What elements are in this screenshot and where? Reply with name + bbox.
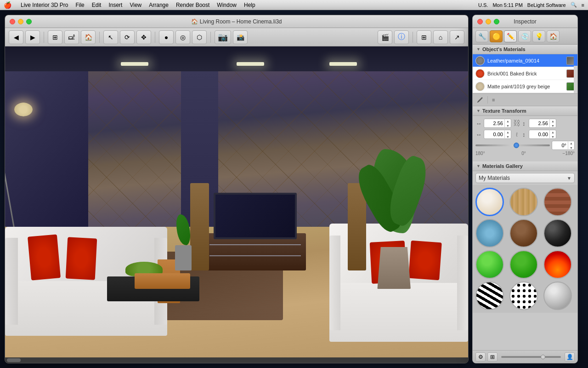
tt-width-input[interactable] [484,121,504,126]
home-button[interactable]: 🏠 [81,30,96,44]
material-item-1[interactable]: Brick/001 Baked Brick [473,67,577,80]
tt-offsetx-input[interactable] [484,132,504,137]
apple-menu[interactable]: 🍎 [4,1,11,9]
bottom-slider-thumb[interactable] [541,355,545,359]
menu-help[interactable]: Help [244,2,255,8]
menu-appname[interactable]: Live Interior 3D Pro [21,2,68,8]
menu-edit[interactable]: Edit [92,2,102,8]
tt-offsetx-input-group[interactable]: ▲ ▼ [484,130,511,139]
menu-arrange[interactable]: Arrange [149,2,169,8]
rotation-input[interactable] [552,143,568,148]
floor-plan-button[interactable]: ⊞ [48,30,62,44]
tt-width-input-group[interactable]: ▲ ▼ [484,119,511,128]
gallery-item-cream[interactable] [475,188,504,216]
view-house-button[interactable]: ⌂ [433,30,448,44]
furniture-button[interactable]: 🛋 [64,30,79,44]
menubar-menu-icon[interactable]: ≡ [582,2,584,8]
tab-materials[interactable]: ✏️ [504,30,517,42]
cylinder-tool-button[interactable]: ⬡ [192,30,207,44]
rotation-slider-container[interactable] [475,142,550,149]
inspector-close-button[interactable] [477,19,483,24]
materials-scrollbar[interactable] [574,54,577,93]
gallery-item-zebra[interactable] [475,282,504,310]
eyedropper-button[interactable] [475,95,485,104]
info-button[interactable]: ⓘ [394,30,409,44]
select-tool-button[interactable]: ↖ [103,30,118,44]
tt-offsetx-up[interactable]: ▲ [505,130,511,134]
tt-offsetx-stepper[interactable]: ▲ ▼ [504,130,511,139]
gallery-item-green-bright[interactable] [475,250,504,279]
menu-file[interactable]: File [75,2,84,8]
circle-tool-button[interactable]: ● [159,30,174,44]
inspector-tabs: 🔧 🟡 ✏️ 💿 💡 🏠 [473,28,577,45]
scrollbar-thumb[interactable] [7,358,21,362]
tt-height-input[interactable] [529,121,549,126]
orbit-tool-button[interactable]: ⟳ [120,30,135,44]
gallery-dropdown[interactable]: My Materials ▼ [475,173,575,183]
viewport[interactable] [5,46,468,357]
menu-render-boost[interactable]: Render Boost [176,2,209,8]
rotation-down[interactable]: ▼ [568,145,574,150]
tt-width-stepper[interactable]: ▲ ▼ [504,119,511,128]
gallery-item-spots[interactable] [509,282,538,310]
window-close-button[interactable] [10,19,15,24]
inspector-gear-button[interactable]: ⚙ [475,352,486,362]
tab-scene[interactable]: 🏠 [547,30,560,42]
tt-offsetx-down[interactable]: ▼ [505,134,511,139]
tt-height-up[interactable]: ▲ [550,119,556,123]
tt-height-stepper[interactable]: ▲ ▼ [549,119,556,128]
camera-import-button[interactable]: 📷 [215,30,231,44]
nav-forward-button[interactable]: ▶ [25,30,40,44]
gallery-item-black-shiny[interactable] [543,219,572,247]
tab-light[interactable]: 💡 [532,30,545,42]
nav-back-button[interactable]: ◀ [9,30,23,44]
tt-width-up[interactable]: ▲ [505,119,511,123]
screenshot-button[interactable]: 📸 [233,30,248,44]
gallery-item-green-dark[interactable] [509,250,538,279]
tv-screen [214,193,297,239]
tt-offsety-input[interactable] [529,132,549,137]
tab-object[interactable]: 🟡 [490,30,503,42]
tt-offsety-up[interactable]: ▲ [550,130,556,134]
inspector-add-button[interactable]: ⊞ [487,352,498,362]
inspector-person-button[interactable]: 👤 [565,352,575,362]
pan-tool-button[interactable]: ✥ [136,30,151,44]
viewport-scrollbar[interactable] [5,357,468,363]
gallery-item-metal[interactable] [543,282,572,310]
sphere-tool-button[interactable]: ◎ [175,30,190,44]
menu-window[interactable]: Window [217,2,237,8]
rotation-stepper[interactable]: ▲ ▼ [568,141,574,150]
gallery-item-wood-light[interactable] [509,188,538,216]
render-button[interactable]: 🎬 [378,30,392,44]
tt-height-input-group[interactable]: ▲ ▼ [529,119,556,128]
rotation-up[interactable]: ▲ [568,141,574,145]
menubar-search-icon[interactable]: 🔍 [571,2,577,8]
gallery-item-brown-dark[interactable] [509,219,538,247]
window-minimize-button[interactable] [18,19,23,24]
tab-properties[interactable]: 🔧 [475,30,488,42]
materials-list[interactable]: Leather/pamela_09014 Brick/001 Baked Bri… [473,54,577,93]
tt-width-down[interactable]: ▼ [505,123,511,128]
tab-texture[interactable]: 💿 [518,30,531,42]
gallery-item-fire[interactable] [543,250,572,279]
gallery-item-brick[interactable] [543,188,572,216]
inspector-maximize-button[interactable] [494,19,499,24]
rotation-input-group[interactable]: ▲ ▼ [552,141,575,150]
rotation-slider-thumb[interactable] [514,143,519,148]
bottom-slider-container[interactable] [501,354,561,360]
material-item-2[interactable]: Matte paint/1019 grey beige [473,80,577,93]
gallery-item-water[interactable] [475,219,504,247]
tt-offsety-down[interactable]: ▼ [550,134,556,139]
window-maximize-button[interactable] [26,19,32,24]
tt-height-down[interactable]: ▼ [550,123,556,128]
tt-offsety-stepper[interactable]: ▲ ▼ [549,130,556,139]
material-item-0[interactable]: Leather/pamela_09014 [473,54,577,67]
texture-transform-label: Texture Transform [482,108,526,114]
view-3d-button[interactable]: ↗ [450,30,464,44]
material-options-btn[interactable]: ≡ [491,97,496,103]
menu-view[interactable]: View [130,2,141,8]
view-2d-button[interactable]: ⊞ [417,30,431,44]
inspector-minimize-button[interactable] [486,19,491,24]
tt-offsety-input-group[interactable]: ▲ ▼ [529,130,556,139]
menu-insert[interactable]: Insert [108,2,122,8]
